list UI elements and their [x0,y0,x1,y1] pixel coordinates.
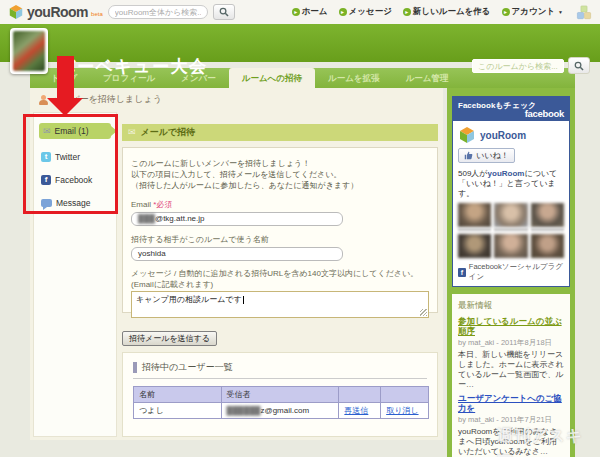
tab-room-invite[interactable]: ルームへの招待 [229,68,315,88]
news-link-1[interactable]: 参加しているルームの並ぶ順序 [458,316,564,336]
message-label: メッセージ / 自動的に追加される招待URLを含め140文字以内にしてください。 [131,268,429,279]
cube-logo-icon [8,4,24,20]
invited-users-table: 名前 受信者 つよし ██████z@gmail.com 再送信 取り消し [133,386,429,419]
logo-text: youRoom [27,4,88,20]
news-excerpt-1: 本日、新しい機能をリリースしました。ホームに表示されているルーム一覧画面で、ルー… [458,350,564,390]
facebook-icon: f [458,268,466,277]
chevron-down-icon: ▼ [558,9,563,15]
room-avatar-photo [13,31,45,71]
invite-form: このルームに新しいメンバーを招待しましょう！ 以下の項目に入力して、招待メールを… [122,147,438,313]
search-icon [219,7,229,17]
nav-account[interactable]: ▸アカウント▼ [502,6,563,18]
email-masked-part: ███ [138,214,155,223]
envelope-icon: ✉ [128,128,136,137]
friend-photo [458,234,491,258]
circle-arrow-icon: ▸ [403,8,411,16]
table-row: つよし ██████z@gmail.com 再送信 取り消し [134,403,429,419]
circle-arrow-icon: ▸ [502,8,510,16]
invited-users-section: 招待中のユーザー一覧 名前 受信者 つよし ██████z@gmail.com … [122,352,438,437]
room-search-button[interactable] [568,57,590,74]
cell-recipient: ██████z@gmail.com [221,403,339,419]
annotation-red-arrow [47,56,83,116]
nav-messages-label: メッセージ [349,6,392,18]
message-textarea[interactable]: キャンプ用の相談ルームです [131,291,429,318]
tab-room-admin[interactable]: ルーム管理 [393,68,462,88]
resize-grip[interactable] [420,309,427,316]
cell-cancel: 取り消し [381,403,429,419]
news-title: 最新情報 [458,300,564,312]
message-note: (Emailに記載されます) [131,279,429,290]
title-bar-marker [133,362,137,373]
news-byline-1: by mat_aki - 2011年8月18日 [458,338,564,348]
facebook-widget-body: youRoom いいね！ 509人がyouRoomについて「いいね！」と言ってい… [453,121,569,286]
column-name: 名前 [134,387,222,403]
likes-count-text: 509人がyouRoomについて「いいね！」と言っています。 [458,169,564,199]
table-header-row: 名前 受信者 [134,387,429,403]
news-link-2[interactable]: ユーザアンケートへのご協力を [458,393,564,413]
recipient-masked-part: ██████ [227,406,261,415]
text-caret [243,296,244,304]
invite-section-header: ✉ メールで招待 [122,124,438,141]
tab-expand-room[interactable]: ルームを拡張 [315,68,393,88]
message-text: キャンプ用の相談ルームです [136,295,242,304]
annotation-red-box [23,114,118,214]
friend-photo [494,234,527,258]
screen: youRoom beta ▸ホーム ▸メッセージ ▸新しいルームを作る ▸アカウ… [0,0,600,457]
cube-logo-icon [458,126,476,144]
global-search-input[interactable] [108,5,208,19]
friend-photo [531,203,564,231]
invite-name-label: 招待する相手がこのルームで使う名前 [131,234,429,245]
news-byline-2: by mat_aki - 2011年7月21日 [458,415,564,425]
nav-messages[interactable]: ▸メッセージ [339,6,392,18]
invited-users-title: 招待中のユーザー一覧 [133,361,427,379]
intro-line: このルームに新しいメンバーを招待しましょう！ [131,158,429,169]
facebook-page-row: youRoom [458,126,564,144]
column-recipient: 受信者 [221,387,339,403]
cell-name: つよし [134,403,222,419]
top-nav: ▸ホーム ▸メッセージ ▸新しいルームを作る ▸アカウント▼ [292,6,563,18]
send-invite-button[interactable]: 招待メールを送信する [122,331,217,346]
intro-line: （招待した人がルームに参加したら、あなたに通知がきます） [131,180,429,191]
resend-link[interactable]: 再送信 [344,406,368,415]
email-visible-part: @tkg.att.ne.jp [155,214,204,223]
nav-home[interactable]: ▸ホーム [292,6,328,18]
global-search-button[interactable] [213,4,235,20]
facebook-friends-grid [458,203,564,258]
top-bar: youRoom beta ▸ホーム ▸メッセージ ▸新しいルームを作る ▸アカウ… [0,0,600,24]
cell-resend: 再送信 [339,403,381,419]
email-field[interactable]: ███@tkg.att.ne.jp [131,212,343,226]
friend-photo [458,203,491,231]
friend-photo [531,234,564,258]
like-button[interactable]: いいね！ [458,148,515,163]
room-header: バーベキュー大会 [0,24,600,62]
nav-create-room[interactable]: ▸新しいルームを作る [403,6,491,18]
facebook-page-name[interactable]: youRoom [480,130,526,141]
friend-photo [494,203,527,231]
invite-name-field[interactable]: yoshida [131,247,343,261]
like-button-label: いいね！ [476,150,509,161]
circle-arrow-icon: ▸ [339,8,347,16]
room-search-input[interactable] [472,59,564,73]
arrow-shaft [57,56,74,98]
facebook-plugin-footer: f Facebookソーシャルプラグイン [458,262,564,282]
nav-create-room-label: 新しいルームを作る [413,6,491,18]
nav-account-label: アカウント [512,6,556,18]
room-avatar[interactable] [10,28,48,74]
column-action-1 [339,387,381,403]
watermark: 週刊アスキー [497,426,600,457]
required-badge: *必須 [153,200,172,209]
blocks-icon[interactable] [576,5,592,20]
facebook-widget: Facebookもチェック facebook youRoom いいね！ 509人… [452,96,570,287]
nav-home-label: ホーム [302,6,328,18]
facebook-widget-header: Facebookもチェック facebook [453,97,569,121]
cancel-link[interactable]: 取り消し [386,406,418,415]
facebook-brand-link[interactable]: facebook [525,108,564,119]
column-action-2 [381,387,429,403]
facebook-plugin-label: Facebookソーシャルプラグイン [469,262,564,282]
intro-line: 以下の項目に入力して、招待メールを送信してください。 [131,169,429,180]
arrow-head [47,98,83,116]
yourroom-logo[interactable]: youRoom beta [8,4,103,20]
recipient-visible-part: z@gmail.com [261,406,310,415]
thumbs-up-icon [464,151,473,160]
logo-beta-label: beta [91,11,103,17]
